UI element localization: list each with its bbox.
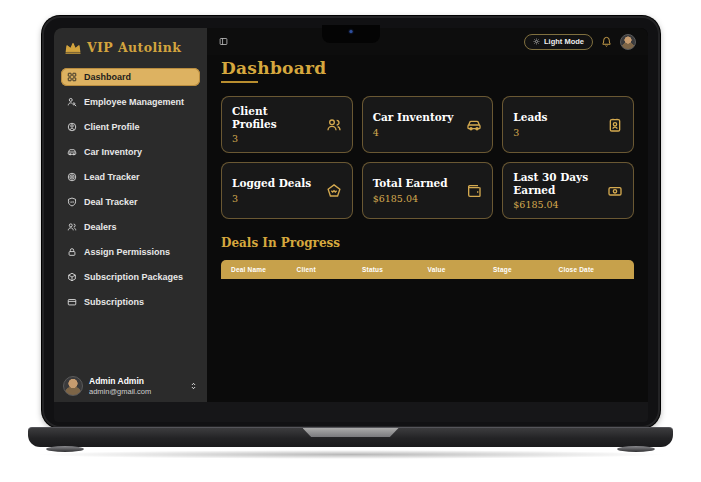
- card-leads: Leads 3: [502, 96, 634, 153]
- column-client: Client: [297, 266, 363, 273]
- users-icon: [326, 117, 342, 133]
- light-mode-label: Light Mode: [544, 37, 584, 46]
- contact-badge-icon: [607, 117, 623, 133]
- column-stage: Stage: [493, 266, 559, 273]
- laptop-mockup-scene: VIP Autolink Dashboard Employee Manageme…: [0, 0, 701, 482]
- sidebar-item-label: Client Profile: [84, 122, 140, 132]
- sidebar-item-assign-permissions[interactable]: Assign Permissions: [61, 243, 200, 261]
- card-value: 3: [513, 127, 547, 138]
- deals-table-body-empty: [221, 279, 634, 289]
- card-logged-deals: Logged Deals 3: [221, 162, 353, 219]
- sidebar-toggle-button[interactable]: [219, 37, 228, 46]
- user-circle-icon: [67, 122, 77, 132]
- shield-handshake-icon: [67, 197, 77, 207]
- bell-icon: [601, 36, 612, 47]
- user-email: admin@gmail.com: [89, 387, 151, 396]
- main-area: Light Mode Dashboard Client Profiles: [207, 28, 648, 404]
- column-status: Status: [362, 266, 428, 273]
- deals-table-header: Deal Name Client Status Value Stage Clos…: [221, 260, 634, 279]
- card-total-earned: Total Earned $6185.04: [362, 162, 494, 219]
- sidebar-item-deal-tracker[interactable]: Deal Tracker: [61, 193, 200, 211]
- credit-card-icon: [67, 297, 77, 307]
- sidebar: VIP Autolink Dashboard Employee Manageme…: [54, 28, 207, 404]
- sidebar-user-menu[interactable]: Admin Admin admin@gmail.com: [61, 372, 200, 396]
- laptop-shadow: [34, 450, 668, 459]
- sidebar-item-label: Deal Tracker: [84, 197, 138, 207]
- sidebar-item-label: Lead Tracker: [84, 172, 140, 182]
- column-value: Value: [428, 266, 494, 273]
- panel-left-icon: [219, 37, 228, 46]
- notifications-button[interactable]: [601, 36, 612, 47]
- sidebar-item-lead-tracker[interactable]: Lead Tracker: [61, 168, 200, 186]
- sidebar-item-label: Car Inventory: [84, 147, 142, 157]
- chevrons-up-down-icon: [189, 380, 198, 392]
- sidebar-item-dashboard[interactable]: Dashboard: [61, 68, 200, 86]
- card-title: Total Earned: [373, 177, 448, 190]
- laptop-screen-frame: VIP Autolink Dashboard Employee Manageme…: [42, 16, 660, 428]
- laptop-foot-left: [46, 446, 84, 452]
- users-icon: [67, 222, 77, 232]
- target-icon: [67, 172, 77, 182]
- deals-section-title: Deals In Progress: [221, 236, 634, 250]
- sidebar-item-label: Subscription Packages: [84, 272, 183, 282]
- dashboard-content: Dashboard Client Profiles 3 Car Inventor…: [207, 55, 648, 289]
- app-window: VIP Autolink Dashboard Employee Manageme…: [54, 28, 648, 404]
- sidebar-item-subscription-packages[interactable]: Subscription Packages: [61, 268, 200, 286]
- app-title: VIP Autolink: [87, 40, 181, 55]
- card-value: 4: [373, 127, 454, 138]
- sidebar-item-employee-management[interactable]: Employee Management: [61, 93, 200, 111]
- card-title: Leads: [513, 111, 547, 124]
- card-last-30-days-earned: Last 30 Days Earned $6185.04: [502, 162, 634, 219]
- crown-icon: [64, 41, 82, 55]
- package-icon: [67, 272, 77, 282]
- stat-cards: Client Profiles 3 Car Inventory 4: [221, 96, 634, 219]
- lock-icon: [67, 247, 77, 257]
- card-title: Last 30 Days Earned: [513, 171, 595, 196]
- topbar: Light Mode: [207, 28, 648, 55]
- column-deal-name: Deal Name: [231, 266, 297, 273]
- light-mode-button[interactable]: Light Mode: [524, 34, 593, 50]
- user-avatar: [63, 376, 83, 396]
- card-title: Car Inventory: [373, 111, 454, 124]
- sidebar-item-client-profile[interactable]: Client Profile: [61, 118, 200, 136]
- sidebar-item-subscriptions[interactable]: Subscriptions: [61, 293, 200, 311]
- laptop-base: [28, 427, 673, 447]
- user-name: Admin Admin: [89, 376, 151, 387]
- sidebar-item-car-inventory[interactable]: Car Inventory: [61, 143, 200, 161]
- sidebar-item-label: Dealers: [84, 222, 117, 232]
- card-value: $6185.04: [373, 193, 448, 204]
- laptop-lid-notch: [303, 428, 399, 437]
- sidebar-item-label: Subscriptions: [84, 297, 144, 307]
- sidebar-item-label: Dashboard: [84, 72, 131, 82]
- sun-icon: [533, 38, 540, 45]
- card-client-profiles: Client Profiles 3: [221, 96, 353, 153]
- sidebar-item-label: Assign Permissions: [84, 247, 170, 257]
- card-title: Client Profiles: [232, 105, 314, 130]
- card-car-inventory: Car Inventory 4: [362, 96, 494, 153]
- card-value: 3: [232, 193, 311, 204]
- handshake-icon: [326, 183, 342, 199]
- banknote-icon: [607, 183, 623, 199]
- webcam-icon: [350, 30, 353, 33]
- grid-icon: [67, 72, 77, 82]
- sidebar-item-label: Employee Management: [84, 97, 184, 107]
- topbar-avatar[interactable]: [620, 34, 636, 50]
- camera-notch: [322, 25, 380, 43]
- sidebar-item-dealers[interactable]: Dealers: [61, 218, 200, 236]
- user-key-icon: [67, 97, 77, 107]
- page-title: Dashboard: [221, 58, 634, 83]
- card-title: Logged Deals: [232, 177, 311, 190]
- car-icon: [67, 147, 77, 157]
- card-value: 3: [232, 133, 314, 144]
- app-logo: VIP Autolink: [64, 40, 198, 55]
- laptop-bottom-bezel: [54, 402, 648, 422]
- card-value: $6185.04: [513, 199, 595, 210]
- laptop-foot-right: [617, 446, 655, 452]
- sidebar-nav: Dashboard Employee Management Client Pro…: [61, 68, 200, 311]
- column-close-date: Close Date: [559, 266, 625, 273]
- wallet-icon: [466, 183, 482, 199]
- car-icon: [466, 117, 482, 133]
